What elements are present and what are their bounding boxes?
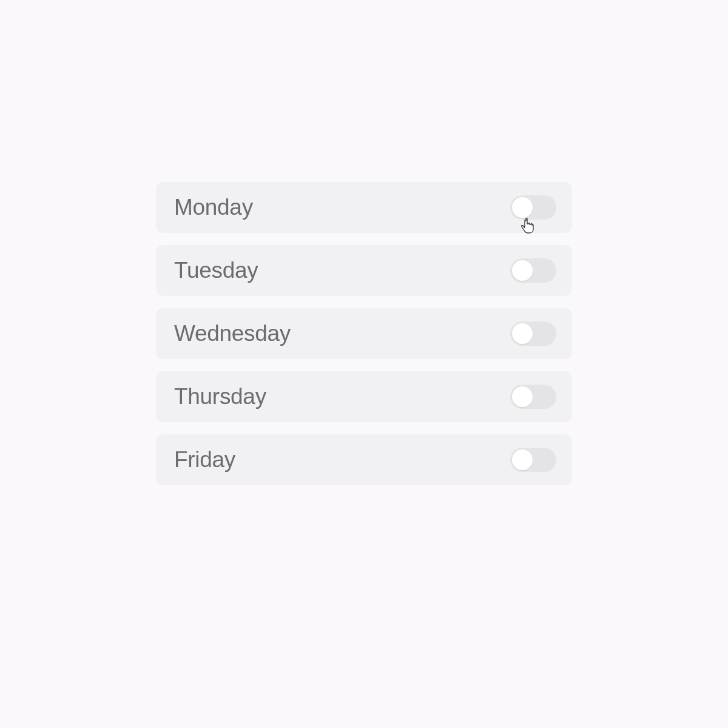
day-row-friday: Friday [156,434,572,485]
toggle-knob [512,197,533,218]
toggle-wednesday[interactable] [510,322,556,346]
day-label: Tuesday [174,258,258,283]
day-label: Wednesday [174,321,291,346]
toggle-knob [512,323,533,344]
toggle-knob [512,386,533,407]
day-row-wednesday: Wednesday [156,308,572,359]
day-row-monday: Monday [156,182,572,233]
toggle-monday[interactable] [510,195,556,220]
toggle-knob [512,450,533,470]
day-row-tuesday: Tuesday [156,245,572,296]
toggle-tuesday[interactable] [510,258,556,283]
toggle-friday[interactable] [510,448,556,472]
day-label: Monday [174,195,253,220]
toggle-thursday[interactable] [510,385,556,409]
day-row-thursday: Thursday [156,371,572,422]
day-toggle-list: Monday Tuesday Wednesday Thursday Friday [156,182,572,485]
toggle-knob [512,260,533,281]
day-label: Friday [174,447,235,473]
day-label: Thursday [174,384,266,410]
